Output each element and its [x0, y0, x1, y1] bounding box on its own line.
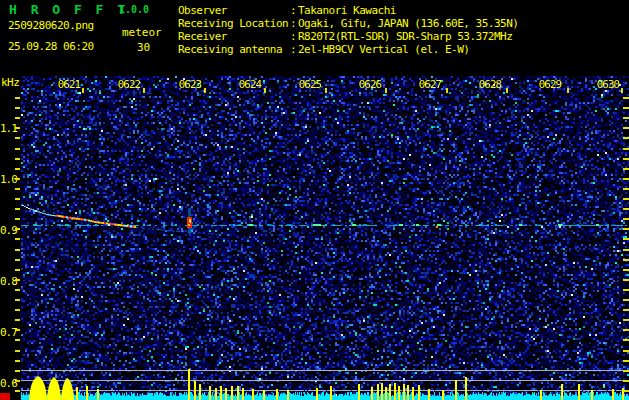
datetime-label: 25.09.28 06:20: [8, 40, 94, 53]
freq-minor-tick-left: [15, 178, 20, 180]
freq-minor-tick-right: [623, 350, 629, 352]
time-tick-0628: [506, 88, 508, 93]
app-version: 1.0.0: [119, 4, 149, 15]
freq-minor-tick-left: [15, 107, 20, 109]
freq-minor-tick-right: [623, 127, 629, 129]
freq-minor-tick-right: [623, 137, 629, 139]
freq-minor-tick-left: [15, 158, 20, 160]
freq-minor-tick-left: [15, 309, 20, 311]
time-label-0629: 0629: [536, 78, 564, 91]
y-axis-unit-label: kHz: [1, 76, 19, 89]
freq-minor-tick-right: [623, 158, 629, 160]
freq-minor-tick-right: [623, 299, 629, 301]
freq-minor-tick-right: [623, 178, 629, 180]
status-red-marker: [0, 393, 10, 400]
time-label-0627: 0627: [416, 78, 444, 91]
hrofft-window: H R O F F T 1.0.0 2509280620.png meteor …: [0, 0, 629, 400]
freq-label-0.9: 0.9: [0, 224, 14, 237]
info-row-0: Observer:Takanori Kawachi: [178, 4, 518, 17]
freq-minor-tick-left: [15, 360, 20, 362]
freq-minor-tick-left: [15, 238, 20, 240]
freq-minor-tick-left: [15, 299, 20, 301]
count-label: 30: [137, 41, 150, 54]
freq-minor-tick-right: [623, 208, 629, 210]
freq-minor-tick-right: [623, 107, 629, 109]
freq-minor-tick-right: [623, 97, 629, 99]
freq-minor-tick-left: [15, 339, 20, 341]
info-colon: :: [290, 17, 298, 30]
freq-minor-tick-left: [15, 208, 20, 210]
info-value: R820T2(RTL-SDR) SDR-Sharp 53.372MHz: [298, 30, 512, 43]
time-tick-0624: [264, 88, 266, 93]
time-label-0626: 0626: [356, 78, 384, 91]
info-value: Takanori Kawachi: [298, 4, 396, 17]
info-row-1: Receiving Location:Ogaki, Gifu, JAPAN (1…: [178, 17, 518, 30]
time-label-0622: 0622: [115, 78, 143, 91]
freq-label-0.6: 0.6: [0, 377, 14, 390]
freq-minor-tick-left: [15, 127, 20, 129]
freq-minor-tick-left: [15, 329, 20, 331]
freq-minor-tick-left: [15, 168, 20, 170]
freq-minor-tick-right: [623, 228, 629, 230]
freq-minor-tick-left: [15, 390, 20, 392]
time-tick-0623: [204, 88, 206, 93]
mode-label: meteor: [122, 26, 162, 39]
time-label-0628: 0628: [476, 78, 504, 91]
freq-minor-tick-right: [623, 390, 629, 392]
time-tick-0630: [621, 88, 623, 93]
time-label-0624: 0624: [236, 78, 264, 91]
freq-minor-tick-left: [15, 319, 20, 321]
freq-minor-tick-right: [623, 238, 629, 240]
freq-minor-tick-left: [15, 249, 20, 251]
freq-minor-tick-left: [15, 148, 20, 150]
freq-minor-tick-right: [623, 329, 629, 331]
freq-minor-tick-left: [15, 279, 20, 281]
info-row-2: Receiver:R820T2(RTL-SDR) SDR-Sharp 53.37…: [178, 30, 518, 43]
freq-minor-tick-right: [623, 309, 629, 311]
freq-minor-tick-left: [15, 218, 20, 220]
freq-minor-tick-left: [15, 350, 20, 352]
freq-minor-tick-right: [623, 259, 629, 261]
info-colon: :: [290, 4, 298, 17]
freq-minor-tick-right: [623, 289, 629, 291]
time-tick-0629: [567, 88, 569, 93]
freq-minor-tick-right: [623, 319, 629, 321]
freq-label-0.8: 0.8: [0, 275, 14, 288]
info-colon: :: [290, 30, 298, 43]
info-label: Observer: [178, 4, 290, 17]
freq-minor-tick-right: [623, 339, 629, 341]
freq-minor-tick-right: [623, 279, 629, 281]
info-label: Receiving Location: [178, 17, 290, 30]
output-filename: 2509280620.png: [8, 19, 94, 32]
freq-minor-tick-left: [15, 188, 20, 190]
freq-minor-tick-right: [623, 117, 629, 119]
freq-label-0.7: 0.7: [0, 326, 14, 339]
info-row-3: Receiving antenna:2el-HB9CV Vertical (el…: [178, 43, 518, 56]
freq-minor-tick-right: [623, 360, 629, 362]
time-tick-0622: [143, 88, 145, 93]
freq-minor-tick-left: [15, 117, 20, 119]
app-title: H R O F F T: [9, 2, 128, 17]
freq-minor-tick-left: [15, 380, 20, 382]
freq-label-1.0: 1.0: [0, 173, 14, 186]
freq-minor-tick-left: [15, 259, 20, 261]
freq-minor-tick-left: [15, 228, 20, 230]
time-tick-0621: [82, 88, 84, 93]
freq-minor-tick-left: [15, 97, 20, 99]
time-label-0623: 0623: [176, 78, 204, 91]
time-tick-0625: [325, 88, 327, 93]
time-label-0630: 0630: [594, 78, 622, 91]
info-value: Ogaki, Gifu, JAPAN (136.60E, 35.35N): [298, 17, 518, 30]
time-tick-0627: [446, 88, 448, 93]
time-label-0625: 0625: [296, 78, 324, 91]
freq-minor-tick-right: [623, 249, 629, 251]
freq-minor-tick-right: [623, 198, 629, 200]
freq-minor-tick-left: [15, 269, 20, 271]
freq-minor-tick-left: [15, 137, 20, 139]
freq-minor-tick-left: [15, 289, 20, 291]
station-info-block: Observer:Takanori KawachiReceiving Locat…: [178, 4, 518, 56]
spectrogram-canvas: [21, 76, 629, 400]
freq-minor-tick-right: [623, 370, 629, 372]
info-colon: :: [290, 43, 298, 56]
freq-minor-tick-right: [623, 188, 629, 190]
